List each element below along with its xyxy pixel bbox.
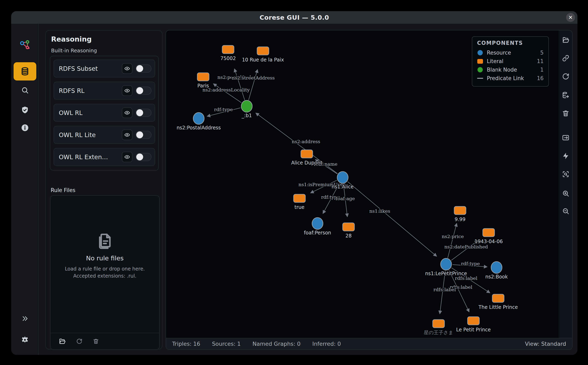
- edge-label: ns2:addressLocality: [202, 87, 250, 92]
- legend-count: 16: [537, 75, 544, 81]
- sidebar-item-info[interactable]: [11, 124, 39, 132]
- export-button[interactable]: [559, 134, 572, 141]
- reasoning-rule-row: OWL RL: [54, 104, 155, 122]
- predicate-edge: [440, 271, 445, 314]
- rule-files-dropzone[interactable]: No rule files Load a rule file or drop o…: [50, 195, 160, 350]
- node-label: _:b1: [241, 113, 252, 119]
- legend-item: Blank Node1: [477, 65, 544, 74]
- folder-open-button[interactable]: [559, 36, 572, 44]
- resource-node[interactable]: [193, 112, 204, 124]
- status-item: Triples: 16: [172, 341, 200, 347]
- empty-state-line2: Accepted extensions: .rul.: [65, 273, 145, 280]
- sidebar-item-search[interactable]: [11, 86, 39, 94]
- node-label: ns2:PostalAddress: [177, 125, 221, 131]
- sidebar-expand-button[interactable]: [11, 315, 39, 323]
- sidebar-item-validation[interactable]: [11, 106, 39, 114]
- empty-state-line1: Load a rule file or drop one here.: [65, 266, 145, 273]
- edge-label: foaf:age: [336, 196, 355, 201]
- open-rule-file-button[interactable]: [59, 338, 66, 345]
- edge-label: ns2:datePublished: [444, 244, 488, 249]
- title-bar: Corese GUI — 5.0.0 ✕: [11, 11, 577, 24]
- delete-rules-button[interactable]: [93, 338, 99, 344]
- eye-icon[interactable]: [122, 107, 133, 118]
- rule-toggle[interactable]: [136, 109, 151, 117]
- reasoning-rule-label: OWL RL Exten…: [59, 154, 122, 161]
- node-label: The Little Prince: [478, 304, 518, 310]
- legend-label: Predicate Link: [487, 75, 524, 81]
- node-label: 10 Rue de la Paix: [242, 57, 284, 63]
- node-label: true: [294, 204, 304, 210]
- node-label: ns1:LePetitPrince: [425, 271, 467, 276]
- status-bar: Triples: 16Sources: 1Named Graphs: 0Infe…: [166, 338, 572, 349]
- literal-node[interactable]: [454, 206, 466, 215]
- zoom-in-button[interactable]: [559, 190, 572, 197]
- refresh-button[interactable]: [559, 73, 572, 80]
- edge-label: rdf:type: [461, 261, 480, 266]
- legend-count: 1: [540, 67, 544, 73]
- edge-label: ns2:address: [292, 139, 320, 144]
- eye-icon[interactable]: [122, 130, 133, 140]
- sidebar-item-settings[interactable]: [11, 336, 39, 344]
- literal-node[interactable]: [468, 317, 479, 325]
- legend-label: Blank Node: [487, 67, 517, 73]
- literal-node[interactable]: [294, 194, 305, 202]
- node-label: ns1:Alice: [332, 184, 354, 190]
- literal-node[interactable]: [483, 229, 495, 237]
- node-label: 星の王子さま: [424, 330, 453, 335]
- panel-title: Reasoning: [51, 35, 92, 43]
- reasoning-rule-row: RDFS RL: [54, 82, 155, 99]
- graph-canvas[interactable]: ns2:postalCodens2:streetAddressns2:addre…: [166, 30, 560, 339]
- literal-node[interactable]: [433, 320, 444, 328]
- link-button[interactable]: [559, 54, 572, 62]
- edge-label: rdf:type: [214, 107, 233, 112]
- rule-toggle[interactable]: [136, 64, 151, 73]
- rule-toggle[interactable]: [136, 131, 151, 139]
- resource-node[interactable]: [441, 258, 452, 270]
- corese-logo-icon: [11, 39, 39, 51]
- literal-node[interactable]: [222, 45, 234, 54]
- reasoning-panel: Reasoning Built-in Reasoning RDFS Subset…: [45, 30, 162, 349]
- reasoning-rule-row: OWL RL Lite: [54, 126, 155, 144]
- status-item: Sources: 1: [212, 341, 241, 347]
- toggle-knob: [136, 87, 143, 94]
- legend-item: Resource5: [477, 49, 544, 57]
- status-item: Named Graphs: 0: [252, 341, 301, 347]
- predicate-edge: [213, 84, 241, 103]
- reasoning-rule-row: RDFS Subset: [54, 60, 155, 77]
- literal-node[interactable]: [257, 47, 269, 55]
- legend-item: Literal11: [477, 57, 544, 65]
- resource-node[interactable]: [337, 172, 348, 183]
- scan-search-button[interactable]: [559, 170, 572, 178]
- resource-node[interactable]: [491, 262, 502, 273]
- eye-icon[interactable]: [122, 63, 133, 74]
- literal-node[interactable]: [492, 294, 504, 302]
- files-icon: [96, 232, 113, 250]
- eye-icon[interactable]: [122, 152, 133, 162]
- view-mode-label: View: Standard: [525, 341, 566, 347]
- rule-toggle[interactable]: [136, 153, 151, 161]
- dash-swatch: [477, 78, 483, 79]
- blank-node[interactable]: [241, 100, 252, 112]
- rule-toggle[interactable]: [136, 87, 151, 95]
- zap-button[interactable]: [559, 152, 572, 160]
- literal-node[interactable]: [197, 73, 209, 81]
- trash-button[interactable]: [559, 110, 572, 117]
- legend-count: 11: [537, 58, 544, 64]
- resource-node[interactable]: [312, 218, 323, 229]
- legend-label: Resource: [487, 50, 511, 56]
- toggle-knob: [136, 109, 143, 116]
- predicate-edge: [249, 69, 258, 100]
- reasoning-rule-label: RDFS Subset: [59, 65, 122, 72]
- literal-node[interactable]: [301, 150, 313, 158]
- zoom-out-button[interactable]: [559, 207, 572, 215]
- database-export-button[interactable]: [559, 91, 572, 99]
- predicate-edge: [348, 182, 437, 257]
- literal-node[interactable]: [343, 223, 354, 231]
- rule-files-footer: [50, 333, 159, 349]
- database-icon: [20, 67, 30, 76]
- close-button[interactable]: ✕: [566, 13, 575, 22]
- eye-icon[interactable]: [122, 85, 133, 96]
- node-label: Le Petit Prince: [456, 327, 491, 333]
- sidebar-item-data-active[interactable]: [14, 62, 36, 80]
- reload-rules-button[interactable]: [76, 338, 83, 344]
